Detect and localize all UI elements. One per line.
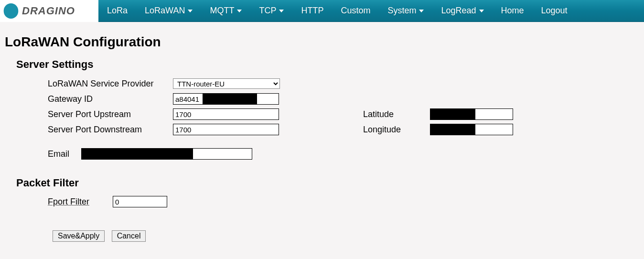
section-server-settings: Server Settings	[16, 58, 639, 71]
nav-home[interactable]: Home	[493, 0, 533, 22]
section-packet-filter: Packet Filter	[16, 177, 639, 189]
redaction-block	[203, 94, 257, 104]
provider-select[interactable]: TTN-router-EU	[173, 78, 280, 89]
upstream-label: Server Port Upstream	[48, 109, 173, 119]
content: LoRaWAN Configuration Server Settings Lo…	[0, 22, 644, 256]
nav-lorawan[interactable]: LoRaWAN	[136, 0, 201, 22]
nav-custom[interactable]: Custom	[332, 0, 379, 22]
fport-input[interactable]	[113, 196, 167, 207]
caret-icon	[188, 10, 193, 12]
redaction-block	[430, 108, 475, 120]
nav-system[interactable]: System	[379, 0, 432, 22]
nav-items: LoRa LoRaWAN MQTT TCP HTTP Custom System…	[98, 0, 576, 22]
caret-icon	[279, 10, 284, 12]
latitude-label: Latitude	[363, 109, 430, 119]
fport-label: Fport Filter	[48, 197, 113, 207]
brand-name: DRAGINO	[22, 5, 75, 17]
email-label: Email	[48, 149, 81, 159]
gatewayid-label: Gateway ID	[48, 94, 173, 104]
nav-logread[interactable]: LogRead	[432, 0, 492, 22]
nav-mqtt[interactable]: MQTT	[201, 0, 250, 22]
caret-icon	[479, 10, 484, 12]
downstream-input[interactable]	[173, 124, 279, 135]
caret-icon	[237, 10, 242, 12]
navbar: DRAGINO LoRa LoRaWAN MQTT TCP HTTP Custo…	[0, 0, 644, 22]
nav-logout[interactable]: Logout	[533, 0, 576, 22]
save-apply-button[interactable]: Save&Apply	[53, 230, 105, 242]
brand-logo[interactable]: DRAGINO	[0, 0, 98, 22]
downstream-label: Server Port Downstream	[48, 125, 173, 135]
redaction-block	[430, 124, 475, 135]
cancel-button[interactable]: Cancel	[112, 230, 146, 242]
upstream-input[interactable]	[173, 108, 279, 120]
dragino-logo-icon	[2, 2, 20, 20]
caret-icon	[419, 10, 424, 12]
redaction-block	[81, 148, 193, 160]
page-title: LoRaWAN Configuration	[5, 34, 639, 50]
nav-http[interactable]: HTTP	[292, 0, 332, 22]
provider-label: LoRaWAN Service Provider	[48, 79, 173, 89]
longitude-label: Longitude	[363, 125, 430, 135]
nav-lora[interactable]: LoRa	[98, 0, 136, 22]
nav-tcp[interactable]: TCP	[250, 0, 292, 22]
